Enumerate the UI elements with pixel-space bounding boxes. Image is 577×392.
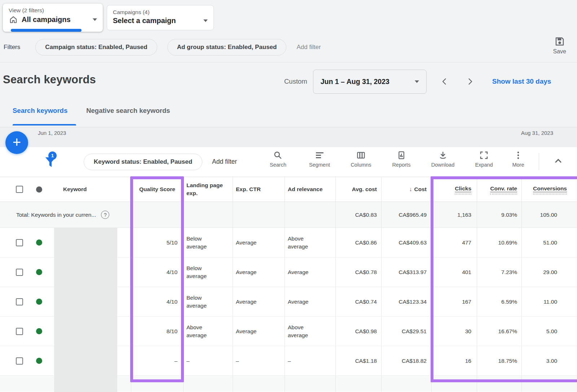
status-enabled-icon xyxy=(36,358,42,364)
landing-page-exp-cell: Below average xyxy=(183,287,233,316)
add-keyword-fab[interactable]: + xyxy=(5,131,28,154)
more-label: More xyxy=(512,162,524,168)
cost-cell: CA$123.34 xyxy=(381,287,431,316)
conversions-cell: 5.00 xyxy=(521,317,577,346)
chevron-down-icon xyxy=(203,19,208,22)
more-button[interactable]: More xyxy=(512,150,524,168)
avg-cost-cell: CA$0.86 xyxy=(335,228,381,257)
segment-icon xyxy=(314,150,324,160)
segment-button[interactable]: Segment xyxy=(309,150,330,168)
add-filter-button[interactable]: Add filter xyxy=(296,44,321,51)
expand-label: Expand xyxy=(475,162,493,168)
search-button[interactable]: Search xyxy=(270,150,286,168)
conv-rate-cell: 7.23% xyxy=(477,257,521,287)
help-icon[interactable]: ? xyxy=(101,211,109,219)
ad-relevance-cell: Above average xyxy=(285,228,335,257)
conversions-cell: 51.00 xyxy=(521,228,577,257)
date-range-picker[interactable]: Jun 1 – Aug 31, 2023 xyxy=(313,70,427,94)
save-button[interactable]: Save xyxy=(553,36,566,55)
quality-score-cell: – xyxy=(131,346,183,375)
toolbar-add-filter-button[interactable]: Add filter xyxy=(212,158,237,166)
keywords-table: Keyword Quality Score Landing page exp. … xyxy=(0,177,577,392)
campaign-status-filter-chip[interactable]: Campaign status: Enabled, Paused xyxy=(35,39,157,56)
table-header-row: Keyword Quality Score Landing page exp. … xyxy=(0,177,577,202)
header-landing-page-exp[interactable]: Landing page exp. xyxy=(183,177,233,202)
divider xyxy=(0,62,577,62)
segment-label: Segment xyxy=(309,162,330,168)
header-cost: Cost xyxy=(414,185,427,193)
status-column-icon xyxy=(36,186,42,193)
header-keyword[interactable]: Keyword xyxy=(63,185,87,193)
home-icon xyxy=(9,15,18,24)
header-avg-cost[interactable]: Avg. cost xyxy=(335,177,381,202)
conv-rate-cell: 10.69% xyxy=(477,228,521,257)
next-period-button[interactable] xyxy=(466,77,474,86)
conv-rate-cell: 18.75% xyxy=(477,346,521,375)
reports-icon xyxy=(397,150,406,160)
tab-search-keywords[interactable]: Search keywords xyxy=(13,107,67,115)
landing-page-exp-cell: – xyxy=(183,346,233,375)
divider xyxy=(539,153,539,170)
date-range-value: Jun 1 – Aug 31, 2023 xyxy=(321,78,389,86)
landing-page-exp-cell: Below average xyxy=(183,228,233,257)
conv-rate-cell: 6.59% xyxy=(477,287,521,316)
select-all-checkbox[interactable] xyxy=(16,186,23,193)
active-filters-button[interactable]: 1 xyxy=(43,153,59,171)
view-active-indicator xyxy=(11,29,82,32)
timeline-start-date: Jun 1, 2023 xyxy=(38,130,66,136)
columns-button[interactable]: Columns xyxy=(351,150,371,168)
row-checkbox[interactable] xyxy=(16,269,23,276)
view-selector[interactable]: View (2 filters) All campaigns xyxy=(3,4,103,32)
total-avg-cost: CA$0.83 xyxy=(335,202,381,228)
top-bar: View (2 filters) All campaigns Campaigns… xyxy=(0,0,577,127)
filters-label: Filters xyxy=(4,44,20,51)
avg-cost-cell: CA$0.98 xyxy=(335,317,381,346)
header-clicks[interactable]: Clicks xyxy=(431,177,477,202)
view-selector-label: View (2 filters) xyxy=(9,7,97,14)
exp-ctr-cell: Average xyxy=(233,317,285,346)
header-conv-rate[interactable]: Conv. rate xyxy=(477,177,521,202)
chevron-down-icon xyxy=(93,18,97,21)
save-label: Save xyxy=(553,48,566,55)
conversions-cell: 11.00 xyxy=(521,287,577,316)
columns-label: Columns xyxy=(351,162,371,168)
total-clicks: 1,163 xyxy=(431,202,477,228)
adgroup-status-filter-chip[interactable]: Ad group status: Enabled, Paused xyxy=(167,39,287,56)
clicks-cell: 16 xyxy=(431,346,477,375)
landing-page-exp-cell: Below average xyxy=(183,257,233,287)
conversions-cell: 29.00 xyxy=(521,257,577,287)
previous-period-button[interactable] xyxy=(440,77,449,86)
header-cost-sorted[interactable]: ↓ Cost xyxy=(381,177,431,202)
collapse-table-button[interactable] xyxy=(553,156,563,166)
ad-relevance-cell: – xyxy=(285,346,335,375)
page-title: Search keywords xyxy=(3,73,96,86)
ad-relevance-cell: Above average xyxy=(285,317,335,346)
header-conversions[interactable]: Conversions xyxy=(521,177,577,202)
reports-label: Reports xyxy=(392,162,411,168)
show-last-30-days-link[interactable]: Show last 30 days xyxy=(492,78,551,85)
header-exp-ctr[interactable]: Exp. CTR xyxy=(233,177,285,202)
quality-score-cell: 8/10 xyxy=(131,317,183,346)
row-checkbox[interactable] xyxy=(16,357,23,365)
expand-button[interactable]: Expand xyxy=(475,150,493,168)
quality-score-cell: 4/10 xyxy=(131,287,183,316)
header-quality-score[interactable]: Quality Score xyxy=(131,177,183,202)
total-row-label: Total: Keywords in your curren... xyxy=(16,211,96,219)
header-ad-relevance[interactable]: Ad relevance xyxy=(285,177,335,202)
row-checkbox[interactable] xyxy=(16,239,23,246)
tab-negative-search-keywords[interactable]: Negative search keywords xyxy=(86,107,170,115)
date-mode-label: Custom xyxy=(284,78,307,85)
download-button[interactable]: Download xyxy=(431,150,455,168)
keyword-status-filter-chip[interactable]: Keyword status: Enabled, Paused xyxy=(84,154,202,170)
reports-button[interactable]: Reports xyxy=(392,150,411,168)
redacted-keywords-overlay xyxy=(54,228,117,392)
campaign-selector-label: Campaigns (4) xyxy=(113,9,208,16)
status-enabled-icon xyxy=(36,239,42,246)
row-checkbox[interactable] xyxy=(16,328,23,335)
clicks-cell: 477 xyxy=(431,228,477,257)
chevron-down-icon xyxy=(415,80,419,83)
row-checkbox[interactable] xyxy=(16,298,23,305)
avg-cost-cell: CA$0.78 xyxy=(335,257,381,287)
campaign-selector[interactable]: Campaigns (4) Select a campaign xyxy=(107,5,214,30)
exp-ctr-cell: Average xyxy=(233,228,285,257)
